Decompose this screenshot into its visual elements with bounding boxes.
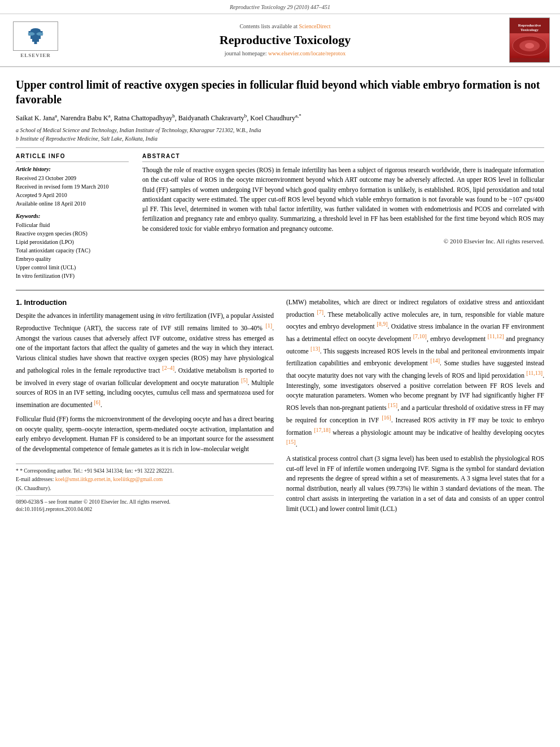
article-info-column: ARTICLE INFO Article history: Received 2… (16, 152, 129, 281)
sciencedirect-link[interactable]: ScienceDirect (299, 23, 330, 29)
journal-homepage-line: journal homepage: www.elsevier.com/locat… (61, 50, 509, 58)
affiliations: a School of Medical Science and Technolo… (16, 126, 544, 143)
abstract-text: Though the role of reactive oxygen speci… (142, 165, 544, 234)
main-body-section: 1. Introduction Despite the advances in … (16, 290, 544, 518)
right-para-1: (LMW) metabolites, which are direct or i… (286, 298, 544, 450)
article-history-label: Article history: (16, 165, 129, 173)
footnotes-area: * * Corresponding author. Tel.: +91 9434… (16, 464, 274, 513)
sciencedirect-line: Contents lists available at ScienceDirec… (61, 23, 509, 30)
article-info-heading: ARTICLE INFO (16, 152, 129, 162)
keywords-heading: Keywords: (16, 212, 129, 220)
intro-para-2: Follicular fluid (FF) forms the microenv… (16, 414, 274, 455)
keyword-3: Lipid peroxidation (LPO) (16, 238, 129, 246)
affiliation-a: a School of Medical Science and Technolo… (16, 126, 544, 134)
keyword-1: Follicular fluid (16, 221, 129, 229)
intro-heading: 1. Introduction (16, 298, 274, 308)
keyword-2: Reactive oxygen species (ROS) (16, 230, 129, 238)
accepted-date: Accepted 9 April 2010 (16, 191, 129, 199)
svg-point-4 (30, 28, 41, 33)
email-label: E-mail addresses: (16, 477, 54, 482)
cover-graphic-icon (510, 34, 549, 57)
divider-after-affiliations (16, 147, 544, 148)
keyword-5: Embryo quality (16, 255, 129, 263)
intro-heading-text: 1. Introduction (16, 298, 67, 307)
elsevier-tree-icon (24, 27, 47, 45)
footnote-divider (16, 495, 274, 496)
doi-line: doi:10.1016/j.reprotox.2010.04.002 (16, 506, 274, 513)
main-body-right: (LMW) metabolites, which are direct or i… (286, 298, 544, 518)
right-para-2: A statistical process control chart (3 s… (286, 454, 544, 514)
received-date: Received 23 October 2009 (16, 174, 129, 182)
keyword-6: Upper control limit (UCL) (16, 264, 129, 272)
svg-point-6 (37, 32, 43, 36)
email-footnote: E-mail addresses: koel@smst.iitkgp.ernet… (16, 476, 274, 483)
article-body: Upper control limit of reactive oxygen s… (0, 67, 560, 528)
affiliation-b: b Institute of Reproductive Medicine, Sa… (16, 134, 544, 143)
journal-cover-image: ReproductiveToxicology (509, 18, 550, 63)
abstract-copyright: © 2010 Elsevier Inc. All rights reserved… (142, 237, 544, 246)
article-title: Upper control limit of reactive oxygen s… (16, 77, 544, 107)
email-addresses[interactable]: koel@smst.iitkgp.ernet.in, koeliitkgp@gm… (55, 477, 163, 482)
sciencedirect-label: Contents lists available at (239, 23, 297, 29)
abstract-heading: ABSTRACT (142, 152, 544, 162)
svg-point-5 (28, 32, 35, 36)
intro-para-1: Despite the advances in infertility mana… (16, 311, 274, 410)
revised-date: Received in revised form 19 March 2010 (16, 183, 129, 191)
cover-image-area (510, 33, 549, 58)
journal-main-title: Reproductive Toxicology (61, 32, 509, 49)
elsevier-logo-box (13, 21, 58, 51)
journal-top-line: Reproductive Toxicology 29 (2010) 447–45… (0, 3, 560, 14)
authors-line: Saikat K. Janaa, Narendra Babu Ka, Ratna… (16, 112, 544, 123)
keyword-7: In vitro fertilization (IVF) (16, 272, 129, 280)
page: Reproductive Toxicology 29 (2010) 447–45… (0, 0, 560, 747)
author-name-footnote: (K. Chaudhury). (16, 485, 274, 492)
journal-title-center: Contents lists available at ScienceDirec… (61, 23, 509, 58)
article-info-abstract-section: ARTICLE INFO Article history: Received 2… (16, 152, 544, 281)
svg-rect-2 (30, 35, 41, 39)
corresponding-author-footnote: * * Corresponding author. Tel.: +91 9434… (16, 468, 274, 475)
copyright-footer: 0890-6238/$ – see front matter © 2010 El… (16, 499, 274, 506)
homepage-label: journal homepage: (225, 50, 267, 56)
homepage-url[interactable]: www.elsevier.com/locate/reprotox (268, 50, 345, 56)
main-body-left: 1. Introduction Despite the advances in … (16, 298, 274, 518)
available-date: Available online 18 April 2010 (16, 200, 129, 208)
elsevier-logo: ELSEVIER (10, 21, 61, 59)
keyword-4: Total antioxidant capacity (TAC) (16, 247, 129, 255)
journal-header: Reproductive Toxicology 29 (2010) 447–45… (0, 0, 560, 67)
cover-title-text: ReproductiveToxicology (517, 22, 542, 34)
svg-point-9 (525, 43, 534, 49)
elsevier-label: ELSEVIER (20, 52, 51, 59)
abstract-column: ABSTRACT Though the role of reactive oxy… (142, 152, 544, 281)
journal-banner: ELSEVIER Contents lists available at Sci… (0, 14, 560, 67)
